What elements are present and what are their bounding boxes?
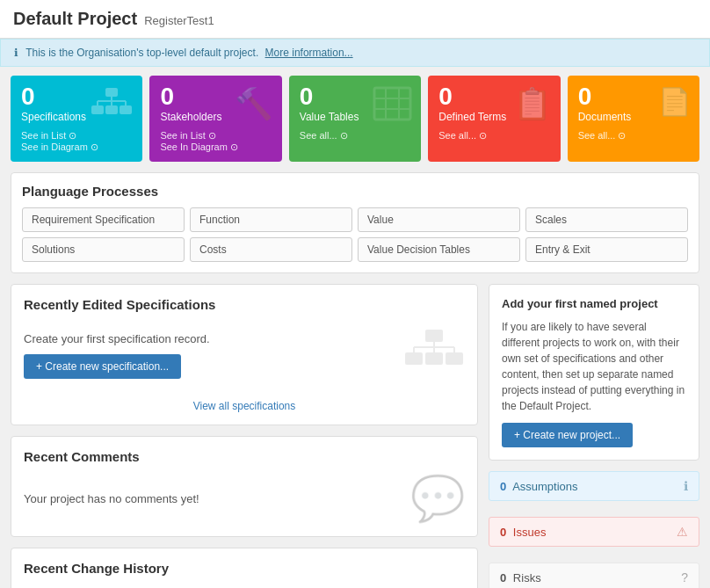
project-subtitle: RegisterTest1	[144, 14, 214, 27]
risks-count: 0	[500, 571, 506, 584]
spec-empty-text: Create your first specification record.	[24, 332, 210, 345]
spec-diagram-link[interactable]: See in Diagram ⊙	[21, 142, 132, 153]
recent-changes-title: Recent Change History	[24, 561, 465, 576]
process-item[interactable]: Solutions	[22, 237, 185, 262]
header: Default Project RegisterTest1	[0, 0, 710, 39]
dt-icon: 📋	[513, 86, 552, 122]
chat-bubble-icon: 💬	[410, 473, 465, 524]
add-project-title: Add your first named project	[502, 297, 686, 310]
assumptions-icon: ℹ	[684, 479, 688, 493]
page-title: Default Project	[13, 9, 137, 29]
info-text: This is the Organisation's top-level def…	[25, 47, 258, 59]
process-item[interactable]: Requirement Specification	[22, 207, 185, 232]
stat-value-tables: 0 Value Tables See all... ⊙	[289, 76, 421, 162]
svg-rect-0	[105, 88, 118, 97]
process-item[interactable]: Value	[358, 207, 520, 232]
process-grid: Requirement Specification Function Value…	[22, 207, 688, 262]
issues-item[interactable]: 0 Issues ⚠	[489, 517, 699, 547]
svg-rect-8	[374, 88, 410, 120]
stat-specifications: 0 Specifications See in List ⊙ See in Di…	[11, 76, 142, 162]
planguage-title: Planguage Processes	[22, 184, 688, 199]
process-item[interactable]: Scales	[525, 207, 688, 232]
process-item[interactable]: Entry & Exit	[525, 237, 688, 262]
recent-comments-card: Recent Comments Your project has no comm…	[11, 436, 478, 537]
assumptions-item[interactable]: 0 Assumptions ℹ	[489, 471, 699, 501]
stat-defined-terms: 0 Defined Terms 📋 See all... ⊙	[428, 76, 560, 162]
add-project-description: If you are likely to have several differ…	[502, 319, 686, 414]
svg-rect-14	[405, 352, 423, 365]
svg-rect-16	[446, 352, 463, 365]
info-bar: ℹ This is the Organisation's top-level d…	[0, 39, 710, 67]
hierarchy-diagram-icon	[403, 328, 465, 383]
recent-changes-card: Recent Change History	[11, 548, 478, 588]
svg-rect-13	[425, 330, 443, 342]
add-project-card: Add your first named project If you are …	[489, 284, 699, 461]
risks-label: Risks	[513, 571, 541, 584]
assumptions-count: 0	[500, 480, 506, 493]
vt-links: See all... ⊙	[300, 130, 410, 142]
recent-comments-title: Recent Comments	[24, 449, 465, 464]
stakeholder-list-link[interactable]: See in List ⊙	[160, 130, 271, 142]
issues-icon: ⚠	[677, 525, 688, 539]
planguage-section: Planguage Processes Requirement Specific…	[11, 172, 699, 273]
recently-edited-title: Recently Edited Specifications	[24, 297, 465, 312]
dt-links: See all... ⊙	[438, 130, 549, 142]
vt-see-all-link[interactable]: See all... ⊙	[300, 130, 410, 142]
risks-icon: ?	[681, 570, 688, 584]
stat-stakeholders: 0 Stakeholders 🔨 See in List ⊙ See In Di…	[149, 76, 281, 162]
issues-label: Issues	[513, 526, 547, 539]
risks-item[interactable]: 0 Risks ?	[489, 563, 699, 588]
process-item[interactable]: Costs	[190, 237, 352, 262]
info-icon: ℹ	[14, 47, 18, 59]
svg-rect-1	[91, 105, 104, 114]
create-project-button[interactable]: + Create new project...	[502, 423, 633, 447]
stat-documents: 0 Documents 📄 See all... ⊙	[568, 76, 699, 162]
doc-links: See all... ⊙	[578, 130, 689, 142]
assumptions-label: Assumptions	[512, 480, 577, 493]
create-spec-button[interactable]: + Create new specification...	[24, 354, 181, 379]
stakeholder-diagram-link[interactable]: See In Diagram ⊙	[160, 142, 271, 153]
doc-icon: 📄	[658, 86, 691, 117]
recently-edited-card: Recently Edited Specifications Create yo…	[11, 284, 478, 425]
doc-see-all-link[interactable]: See all... ⊙	[578, 130, 689, 142]
svg-rect-15	[425, 352, 443, 365]
view-all-specs-link[interactable]: View all specifications	[193, 400, 296, 412]
comment-empty-text: Your project has no comments yet!	[24, 492, 199, 505]
vt-icon	[373, 86, 412, 129]
spec-links: See in List ⊙ See in Diagram ⊙	[21, 130, 132, 153]
svg-rect-2	[105, 105, 118, 114]
view-all-specs: View all specifications	[24, 399, 465, 412]
dt-see-all-link[interactable]: See all... ⊙	[438, 130, 549, 142]
stakeholder-links: See in List ⊙ See In Diagram ⊙	[160, 130, 271, 153]
stats-row: 0 Specifications See in List ⊙ See in Di…	[11, 76, 699, 162]
more-info-link[interactable]: More information...	[265, 47, 353, 59]
process-item[interactable]: Value Decision Tables	[358, 237, 520, 262]
issues-count: 0	[500, 526, 506, 539]
spec-list-link[interactable]: See in List ⊙	[21, 130, 132, 142]
spec-icon	[90, 86, 134, 129]
svg-rect-3	[120, 105, 132, 114]
process-item[interactable]: Function	[190, 207, 352, 232]
stakeholder-icon: 🔨	[235, 86, 273, 122]
